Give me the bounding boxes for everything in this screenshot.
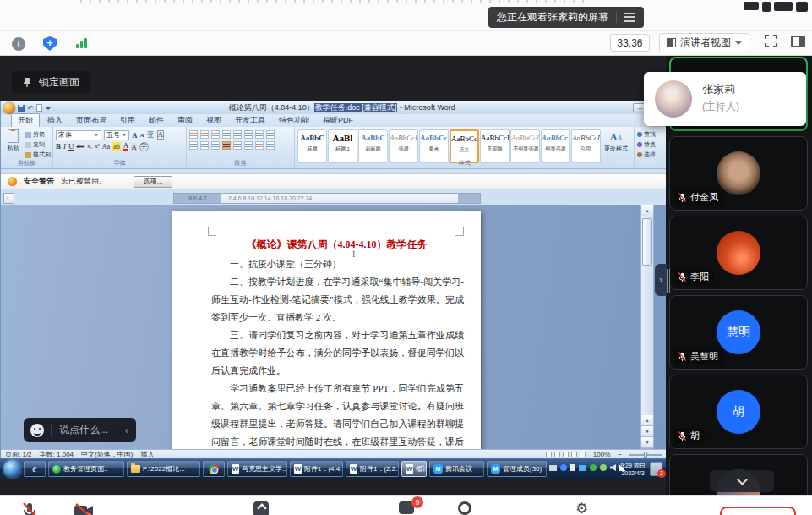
multilevel-list-icon [211,130,220,139]
participant-tile-liyang[interactable]: 李阳 [669,216,808,290]
lock-screen-label: 锁定画面 [39,75,79,90]
fullscreen-view-icon [554,452,560,457]
increase-indent-icon [233,130,242,139]
tray-icon [590,464,597,471]
font-name-box: 宋体 [56,130,101,140]
character-shading-icon: A [131,143,137,151]
participant-label: 李阳 [674,269,714,285]
sidebar-collapse-handle[interactable]: › [655,264,667,296]
browser-icon [52,465,61,474]
document-paragraph: 一、抗疫小课堂（三分钟） [211,255,464,273]
settings-gear-icon[interactable]: ⚙ [575,501,588,515]
watching-banner-text: 您正在观看张家莉的屏幕 [497,10,608,25]
chat-collapse-icon[interactable]: ‹ [117,424,136,436]
sidebar-resize-grip[interactable] [667,269,670,293]
avatar: 胡 [717,390,760,434]
office-button-icon [3,102,15,114]
tray-icon [549,465,557,471]
next-page-icon: ▾ [641,437,653,448]
chevron-down-icon [735,41,742,45]
chat-input-bar[interactable]: 说点什么... ‹ [24,418,136,442]
end-meeting-button[interactable] [720,507,796,515]
replace-button: 替换 [637,140,662,149]
tray-icon [560,464,567,471]
meeting-toolbar: 9 ⚙ [0,495,812,515]
margin-corner-mark [455,227,464,236]
style-item-selected: AaBbCcDd正文 [450,129,479,163]
view-mode-button[interactable]: 演讲者视图 [659,33,749,52]
participant-name: 付金凤 [690,191,718,204]
host-tooltip: 张家莉 (主持人) [644,72,806,126]
font-size-box: 五号 [104,130,129,140]
word-title-bar: ↶ 概论第八周（4.04-4.10）教学任务.doc [兼容模式] - Micr… [1,101,666,114]
line-spacing-icon [244,141,253,150]
scroll-participants-button[interactable] [710,470,774,492]
format-painter-button: 格式刷 [25,151,51,159]
phonetic-guide-icon: 变 [147,130,155,140]
top-edge-artifact [80,0,587,3]
word-doc-icon: W [294,464,302,474]
show-marks-icon [266,130,275,139]
italic-button: I [63,142,66,151]
document-paragraph: 三、请同学们复习之前内容，对于学习通第五章作业成绩在直播教学时给予公布，满分的同… [211,326,464,380]
participant-tile-fujinfeng[interactable]: 付金凤 [669,136,808,211]
zoom-slider-thumb [644,452,647,458]
watching-banner: 您正在观看张家莉的屏幕 [488,7,644,28]
document-paragraph: 学习通教案里已经上传了所有章节 PPT，同学们完成第五章、第六章、第七章学习任务… [211,380,464,449]
participant-name: 胡 [690,430,700,442]
chrome-icon [209,464,219,474]
participant-name: 吴慧明 [690,350,718,363]
participant-tile-hu[interactable]: 胡 胡 [669,375,808,449]
shading-icon [255,141,264,150]
underline-button: U [68,142,74,151]
taskbar-item: 教务管理页面.. [48,461,124,477]
tab-home: 开始 [11,113,40,127]
scroll-up-icon: ▴ [641,205,653,216]
mic-muted-icon [677,430,688,441]
style-item: AaBbCcD不明显强调 [510,129,540,163]
taskbar-item: M腾讯会议 [429,461,484,477]
taskbar-item: W附件1：(4.4... [290,461,343,477]
emoji-icon[interactable] [30,424,44,437]
sort-icon [255,130,264,139]
folder-icon [131,465,140,473]
copy-button: 复制 [25,140,51,149]
align-left-icon [189,141,198,150]
taskbar-item-active: W概论... [401,461,427,477]
camera-muted-button[interactable] [73,501,95,515]
banner-menu-icon[interactable] [624,13,635,22]
record-button[interactable] [458,501,471,515]
meeting-app-icon: M [433,464,443,474]
notification-badge: 2 [657,469,666,478]
cut-button: 剪切 [25,130,51,139]
outline-view-icon [571,452,577,457]
style-item: AaBbCcD强调 [389,129,418,163]
word-window-title: 概论第八周（4.04-4.10）教学任务.doc [兼容模式] - Micros… [54,102,630,113]
chat-input[interactable]: 说点什么... [52,423,117,437]
participant-tile-wuhuiming[interactable]: 慧明 吴慧明 [669,295,808,370]
margin-corner-mark [208,227,216,236]
mic-muted-button[interactable] [20,501,39,515]
meeting-info-icon[interactable]: i [12,37,25,51]
security-warning-bar: 安全警告 宏已被禁用。 选项... [1,173,666,189]
lock-screen-button[interactable]: 锁定画面 [12,71,90,93]
top-edge-artifact [774,2,793,11]
numbering-icon [200,130,209,139]
participant-label: 吴慧明 [674,348,723,364]
sidebar-toggle-icon[interactable] [791,36,805,47]
document-page: 《概论》课第八周（4.04-4.10）教学任务 I 一、抗疫小课堂（三分钟） 二… [172,211,481,449]
tray-icon [579,465,586,471]
top-edge-artifact [796,2,808,12]
fullscreen-icon[interactable] [765,35,777,47]
meeting-header: i + 33:36 演讲者视图 [0,0,812,56]
tab-developer: 开发工具 [229,114,271,127]
tab-references: 引用 [114,114,141,127]
taskbar-item: F:\2022概论... [127,461,200,477]
asian-layout-icon [244,130,253,139]
network-signal-icon[interactable] [76,38,87,48]
share-screen-button[interactable] [253,501,269,515]
meeting-app-icon: M [491,464,500,474]
host-name: 张家莉 [702,82,735,97]
ruler-left-margin: 8 6 4 2 [174,194,221,203]
participant-label: 胡 [674,428,705,444]
